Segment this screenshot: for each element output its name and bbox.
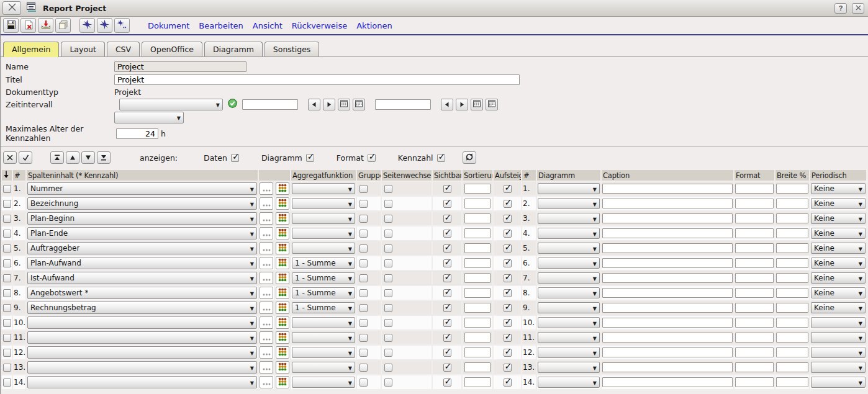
spalteninhalt-select[interactable]: Bezeichnung xyxy=(27,197,257,210)
sortierung-input[interactable] xyxy=(464,213,491,223)
sichtbar-checkbox[interactable] xyxy=(443,349,451,357)
diagramm-select[interactable] xyxy=(538,243,600,254)
aggregatfunktion-select[interactable] xyxy=(292,228,355,239)
window-close-button[interactable] xyxy=(2,1,21,15)
caption-input[interactable] xyxy=(602,258,733,268)
seitenwechsel-checkbox[interactable] xyxy=(384,378,392,387)
row-select-checkbox[interactable] xyxy=(3,319,11,327)
help-button[interactable]: ? xyxy=(834,3,847,14)
date-to-calendar-week-button[interactable] xyxy=(486,99,498,110)
aggregatfunktion-select[interactable] xyxy=(292,213,355,224)
sortierung-input[interactable] xyxy=(464,258,491,268)
ellipsis-button[interactable] xyxy=(260,227,273,240)
breite-input[interactable] xyxy=(776,333,808,343)
seitenwechsel-checkbox[interactable] xyxy=(384,200,392,208)
breite-input[interactable] xyxy=(776,213,808,223)
spalteninhalt-select[interactable] xyxy=(27,361,257,374)
gruppe-checkbox[interactable] xyxy=(359,378,368,387)
periodisch-select[interactable] xyxy=(811,377,866,388)
date-from-next-button[interactable] xyxy=(323,99,335,110)
sichtbar-checkbox[interactable] xyxy=(443,259,451,267)
tab[interactable]: Allgemein xyxy=(3,42,59,57)
ellipsis-button[interactable] xyxy=(260,212,273,225)
zeitintervall-select[interactable] xyxy=(119,99,223,110)
date-to-calendar-button[interactable] xyxy=(471,99,483,110)
caption-input[interactable] xyxy=(602,213,733,223)
diagramm-select[interactable] xyxy=(538,213,600,224)
row-select-checkbox[interactable] xyxy=(3,185,11,193)
breite-input[interactable] xyxy=(776,199,808,208)
breite-input[interactable] xyxy=(776,228,808,238)
caption-input[interactable] xyxy=(602,243,733,253)
sortierung-input[interactable] xyxy=(464,288,491,298)
aggregatfunktion-select[interactable] xyxy=(292,198,355,209)
ellipsis-button[interactable] xyxy=(260,242,273,254)
sichtbar-checkbox[interactable] xyxy=(443,289,451,297)
kennzahl-star-button-2[interactable] xyxy=(97,18,112,33)
aufsteig-checkbox[interactable] xyxy=(504,274,512,282)
gruppe-checkbox[interactable] xyxy=(359,185,368,193)
titel-input[interactable] xyxy=(114,74,520,85)
format-input[interactable] xyxy=(735,243,774,253)
move-down-button[interactable] xyxy=(81,151,95,164)
aufsteig-checkbox[interactable] xyxy=(504,215,512,223)
periodisch-select[interactable] xyxy=(811,362,866,373)
sortierung-input[interactable] xyxy=(464,184,491,194)
breite-input[interactable] xyxy=(776,377,808,387)
aggregatfunktion-select[interactable] xyxy=(292,183,355,194)
tab[interactable]: Diagramm xyxy=(204,42,263,56)
periodisch-select[interactable] xyxy=(811,317,866,328)
select-all-button[interactable] xyxy=(19,151,32,164)
tab[interactable]: OpenOffice xyxy=(142,42,202,56)
caption-input[interactable] xyxy=(602,228,733,238)
name-input[interactable] xyxy=(114,61,246,72)
caption-input[interactable] xyxy=(602,362,733,372)
kennzahl-grid-button[interactable] xyxy=(276,346,289,359)
breite-input[interactable] xyxy=(776,184,808,194)
diagramm-select[interactable] xyxy=(538,332,600,343)
zeitintervall-unit-select[interactable] xyxy=(114,112,184,123)
seitenwechsel-checkbox[interactable] xyxy=(384,215,392,223)
spalteninhalt-select[interactable]: Angebotswert * xyxy=(27,287,257,299)
toggle-checkbox[interactable] xyxy=(306,154,314,162)
sortierung-input[interactable] xyxy=(464,377,491,387)
format-input[interactable] xyxy=(735,333,774,343)
row-select-checkbox[interactable] xyxy=(3,259,11,267)
seitenwechsel-checkbox[interactable] xyxy=(384,304,392,312)
format-input[interactable] xyxy=(735,303,774,313)
ellipsis-button[interactable] xyxy=(260,376,273,388)
caption-input[interactable] xyxy=(602,184,733,194)
sichtbar-checkbox[interactable] xyxy=(443,274,451,282)
ellipsis-button[interactable] xyxy=(260,272,273,284)
seitenwechsel-checkbox[interactable] xyxy=(384,334,392,342)
sichtbar-checkbox[interactable] xyxy=(443,364,451,372)
move-bottom-button[interactable] xyxy=(97,151,111,164)
date-to-input[interactable] xyxy=(375,99,431,110)
tab[interactable]: CSV xyxy=(107,42,140,56)
periodisch-select[interactable] xyxy=(811,347,866,358)
toggle-checkbox[interactable] xyxy=(368,154,376,162)
spalteninhalt-select[interactable]: Plan-Ende xyxy=(27,227,257,240)
gruppe-checkbox[interactable] xyxy=(359,289,368,297)
aufsteig-checkbox[interactable] xyxy=(504,364,512,372)
sichtbar-checkbox[interactable] xyxy=(443,200,451,208)
sichtbar-checkbox[interactable] xyxy=(443,215,451,223)
aggregatfunktion-select[interactable] xyxy=(292,377,355,388)
tab[interactable]: Layout xyxy=(61,42,105,56)
diagramm-select[interactable] xyxy=(538,302,600,313)
format-input[interactable] xyxy=(735,258,774,268)
gruppe-checkbox[interactable] xyxy=(359,304,368,312)
ellipsis-button[interactable] xyxy=(260,182,273,195)
caption-input[interactable] xyxy=(602,318,733,328)
breite-input[interactable] xyxy=(776,318,808,328)
row-select-checkbox[interactable] xyxy=(3,364,11,372)
seitenwechsel-checkbox[interactable] xyxy=(384,349,392,357)
sortierung-input[interactable] xyxy=(464,303,491,313)
ellipsis-button[interactable] xyxy=(260,346,273,359)
row-select-checkbox[interactable] xyxy=(3,378,11,387)
kennzahl-grid-button[interactable] xyxy=(276,242,289,254)
row-select-checkbox[interactable] xyxy=(3,215,11,223)
gruppe-checkbox[interactable] xyxy=(359,200,368,208)
sichtbar-checkbox[interactable] xyxy=(443,304,451,312)
spalteninhalt-select[interactable] xyxy=(27,316,257,329)
